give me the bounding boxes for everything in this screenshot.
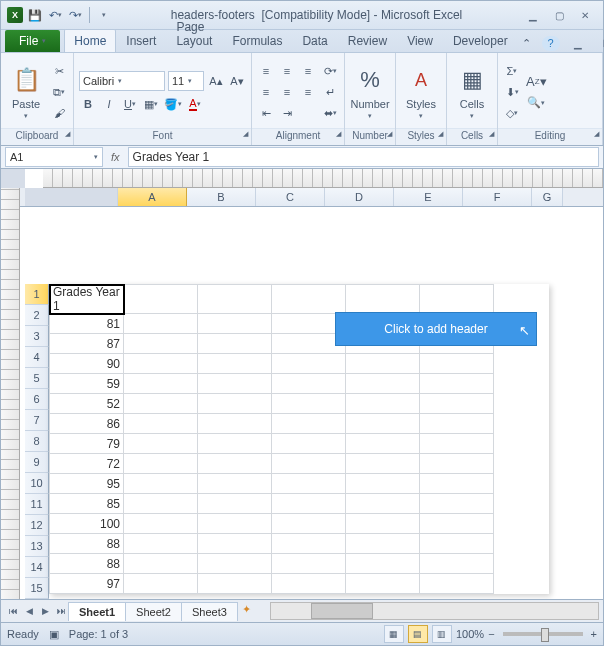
cell[interactable]: 79 <box>50 434 124 454</box>
italic-icon[interactable]: I <box>100 95 118 113</box>
minimize-ribbon-icon[interactable]: ⌃ <box>518 34 536 52</box>
orientation-icon[interactable]: ⟳▾ <box>321 62 339 80</box>
col-header-a[interactable]: A <box>118 188 187 206</box>
cell[interactable] <box>420 494 494 514</box>
cell[interactable] <box>346 285 420 314</box>
cell[interactable]: 95 <box>50 474 124 494</box>
clear-icon[interactable]: ◇▾ <box>503 104 521 122</box>
cell[interactable] <box>198 414 272 434</box>
tab-view[interactable]: View <box>397 29 443 52</box>
row-header-8[interactable]: 8 <box>25 431 49 452</box>
name-box[interactable]: A1▾ <box>5 147 103 167</box>
zoom-level[interactable]: 100% <box>456 628 484 640</box>
cell[interactable] <box>198 494 272 514</box>
tab-scroll-prev-icon[interactable]: ◀ <box>21 603 37 619</box>
copy-icon[interactable]: ⧉▾ <box>50 83 68 101</box>
bold-icon[interactable]: B <box>79 95 97 113</box>
tab-formulas[interactable]: Formulas <box>222 29 292 52</box>
insert-sheet-icon[interactable]: ✦ <box>242 603 260 619</box>
cell[interactable]: 86 <box>50 414 124 434</box>
cells-button[interactable]: ▦ Cells▾ <box>452 56 492 128</box>
cell[interactable] <box>272 474 346 494</box>
cell[interactable] <box>420 474 494 494</box>
row-header-13[interactable]: 13 <box>25 536 49 557</box>
cell[interactable] <box>272 554 346 574</box>
col-header-e[interactable]: E <box>394 188 463 206</box>
cell[interactable] <box>198 434 272 454</box>
horizontal-ruler[interactable] <box>43 169 603 188</box>
format-painter-icon[interactable]: 🖌 <box>50 104 68 122</box>
number-format-button[interactable]: % Number▾ <box>350 56 390 128</box>
sort-filter-icon[interactable]: AZ▾ <box>525 73 548 91</box>
paste-button[interactable]: 📋 Paste▾ <box>6 56 46 128</box>
cell[interactable] <box>124 434 198 454</box>
cell[interactable] <box>420 414 494 434</box>
tab-developer[interactable]: Developer <box>443 29 518 52</box>
cell[interactable] <box>346 574 420 594</box>
cut-icon[interactable]: ✂ <box>50 62 68 80</box>
cell[interactable] <box>124 474 198 494</box>
cell[interactable]: 88 <box>50 534 124 554</box>
cell[interactable] <box>346 454 420 474</box>
row-header-3[interactable]: 3 <box>25 326 49 347</box>
merge-center-icon[interactable]: ⬌▾ <box>321 104 339 122</box>
cell[interactable] <box>124 534 198 554</box>
tab-insert[interactable]: Insert <box>116 29 166 52</box>
cell[interactable] <box>198 394 272 414</box>
shrink-font-icon[interactable]: A▾ <box>228 72 246 90</box>
cell[interactable] <box>420 454 494 474</box>
cell[interactable]: 100 <box>50 514 124 534</box>
cell[interactable] <box>272 534 346 554</box>
sheet-tab-2[interactable]: Sheet2 <box>125 602 182 621</box>
zoom-in-icon[interactable]: + <box>591 628 597 640</box>
cell[interactable] <box>420 554 494 574</box>
cell[interactable] <box>272 374 346 394</box>
row-header-14[interactable]: 14 <box>25 557 49 578</box>
cell[interactable] <box>272 394 346 414</box>
sheet-tab-3[interactable]: Sheet3 <box>181 602 238 621</box>
sheet-tab-1[interactable]: Sheet1 <box>68 602 126 621</box>
cell[interactable] <box>198 285 272 314</box>
cell[interactable]: Grades Year 1 <box>50 285 124 314</box>
cell[interactable] <box>272 434 346 454</box>
cell[interactable] <box>198 474 272 494</box>
page-layout-view-icon[interactable]: ▤ <box>408 625 428 643</box>
zoom-slider[interactable] <box>503 632 583 636</box>
cell[interactable] <box>346 494 420 514</box>
fx-icon[interactable]: fx <box>107 151 124 163</box>
row-header-12[interactable]: 12 <box>25 515 49 536</box>
col-header-c[interactable]: C <box>256 188 325 206</box>
cell[interactable] <box>346 474 420 494</box>
cell[interactable] <box>124 374 198 394</box>
cell[interactable]: 72 <box>50 454 124 474</box>
cell[interactable] <box>124 334 198 354</box>
cell[interactable] <box>346 434 420 454</box>
row-header-2[interactable]: 2 <box>25 305 49 326</box>
grow-font-icon[interactable]: A▴ <box>207 72 225 90</box>
cell[interactable] <box>124 285 198 314</box>
styles-button[interactable]: A Styles▾ <box>401 56 441 128</box>
cell[interactable] <box>272 514 346 534</box>
font-color-icon[interactable]: A▾ <box>186 95 204 113</box>
align-middle-icon[interactable]: ≡ <box>278 62 296 80</box>
underline-icon[interactable]: U▾ <box>121 95 139 113</box>
align-center-icon[interactable]: ≡ <box>278 83 296 101</box>
maximize-button[interactable]: ▢ <box>547 7 571 23</box>
cell[interactable] <box>124 354 198 374</box>
fill-color-icon[interactable]: 🪣▾ <box>163 95 183 113</box>
redo-icon[interactable]: ↷▾ <box>67 7 83 23</box>
cell[interactable] <box>420 434 494 454</box>
normal-view-icon[interactable]: ▦ <box>384 625 404 643</box>
cell[interactable]: 52 <box>50 394 124 414</box>
cell[interactable]: 97 <box>50 574 124 594</box>
cell[interactable] <box>346 374 420 394</box>
tab-scroll-last-icon[interactable]: ⏭ <box>53 603 69 619</box>
row-header-15[interactable]: 15 <box>25 578 49 599</box>
cell[interactable] <box>124 394 198 414</box>
cell[interactable] <box>124 514 198 534</box>
cell[interactable] <box>420 374 494 394</box>
tab-review[interactable]: Review <box>338 29 397 52</box>
cell[interactable] <box>198 534 272 554</box>
tab-scroll-first-icon[interactable]: ⏮ <box>5 603 21 619</box>
cell[interactable] <box>346 354 420 374</box>
